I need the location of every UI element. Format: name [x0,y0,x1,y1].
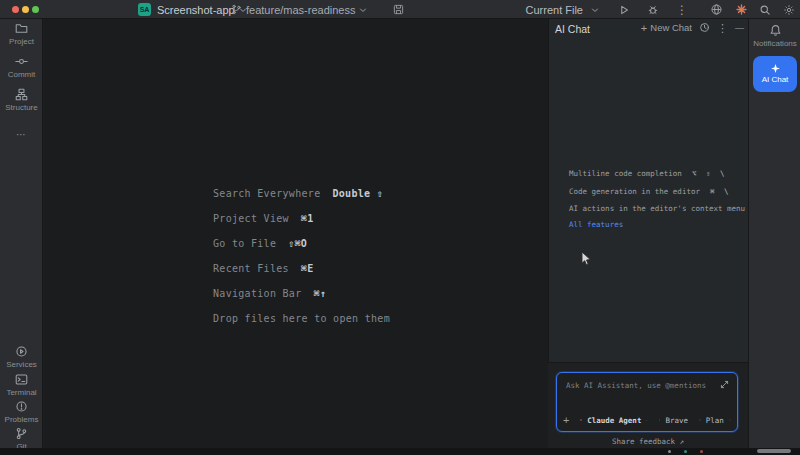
settings-gear-icon[interactable] [783,4,795,16]
more-tool-windows-icon[interactable]: ⋯ [0,129,43,140]
chat-input-toolbar: + Claude Agent Brave Plan [563,414,731,426]
attach-plus-icon[interactable]: + [563,415,569,425]
drop-hint-label: Drop files here to open them [213,313,390,324]
all-features-link[interactable]: All features [569,220,623,229]
shortcut-label: Project View [213,213,289,224]
sidebar-item-ai-chat-active[interactable]: AI Chat [753,56,797,92]
chevron-down-icon [359,6,367,14]
window-minimize-button[interactable] [22,6,29,13]
sidebar-item-commit[interactable]: Commit [0,55,43,79]
save-icon[interactable] [393,4,404,15]
sidebar-label-problems: Problems [5,415,39,424]
sidebar-label-services: Services [6,360,37,369]
model-selector[interactable]: Claude Agent [587,416,641,425]
window-close-button[interactable] [12,6,19,13]
chat-input-box[interactable]: Ask AI Assistant, use @mentions + Claude… [556,372,738,432]
sidebar-label-ai-chat: AI Chat [761,75,789,84]
branch-name: feature/mas-readiness [246,4,355,16]
window-zoom-button[interactable] [32,6,39,13]
feature-label: Code generation in the editor [569,187,700,196]
sidebar-item-terminal[interactable]: Terminal [0,373,43,397]
services-icon [15,345,28,358]
ide-window: SA Screenshot-app feature/mas-readiness … [0,0,800,455]
feature-row: Code generation in the editor ⌘ \ [569,187,729,196]
shortcut-label: Search Everywhere [213,188,320,199]
new-chat-button[interactable]: + New Chat [641,22,692,33]
run-configuration-selector[interactable]: Current File [526,4,583,16]
git-branch-icon [231,4,242,15]
send-icon[interactable] [729,414,731,426]
plan-mode-icon [699,415,701,425]
feature-label: Multiline code completion [569,169,682,178]
claude-icon[interactable] [736,4,747,15]
problems-icon [15,400,28,413]
folder-icon [15,22,28,35]
app-logo-initials: SA [140,6,150,13]
sidebar-item-notifications[interactable]: Notifications [749,24,800,48]
feature-keys: ⌥ ⇧ \ [692,169,725,178]
feature-keys: ⌘ \ [710,187,729,196]
shortcut-row: Go to File ⇧⌘O [213,238,307,249]
hide-panel-icon[interactable]: — [735,23,744,33]
sidebar-label-project: Project [9,37,34,46]
shortcut-keys: ⇧⌘O [288,238,307,249]
plan-mode-label[interactable]: Plan [706,416,724,425]
sidebar-item-project[interactable]: Project [0,22,43,46]
dock-dot [668,450,671,453]
titlebar: SA Screenshot-app feature/mas-readiness … [0,0,800,19]
left-tool-strip: Project Commit Structure ⋯ Services Term… [0,19,43,449]
shortcut-row: Recent Files ⌘E [213,263,314,274]
shortcut-label: Go to File [213,238,276,249]
shortcut-row: Navigation Bar ⌘↑ [213,288,326,299]
new-chat-label: New Chat [650,22,692,33]
sidebar-item-problems[interactable]: Problems [0,400,43,424]
dock-dot [700,450,703,453]
shortcut-keys: Double ⇧ [332,188,383,199]
shortcut-label: Navigation Bar [213,288,302,299]
structure-icon [15,88,28,101]
shortcut-keys: ⌘E [301,263,314,274]
sidebar-label-commit: Commit [8,70,36,79]
dock-dot [684,450,687,453]
run-icon[interactable] [618,4,630,16]
browser-tool-icon [659,415,661,425]
history-clock-icon[interactable] [699,22,710,33]
search-icon[interactable] [759,4,771,16]
debug-icon[interactable] [647,4,659,16]
ai-sparkle-icon [770,63,781,74]
app-logo: SA [138,3,151,16]
chat-header-actions: + New Chat ⋮ — [641,22,744,33]
sidebar-label-structure: Structure [5,103,37,112]
expand-icon[interactable] [720,380,729,389]
shortcut-keys: ⌘1 [301,213,314,224]
shortcut-label: Recent Files [213,263,289,274]
feature-row: Multiline code completion ⌥ ⇧ \ [569,169,724,178]
sidebar-item-structure[interactable]: Structure [0,88,43,112]
sidebar-label-terminal: Terminal [6,388,36,397]
shortcut-row: Search Everywhere Double ⇧ [213,188,383,199]
mouse-cursor [581,251,592,267]
dock-fragment [757,449,791,453]
vcs-branch-selector[interactable]: feature/mas-readiness [231,0,404,19]
terminal-icon [15,373,28,386]
chat-more-icon[interactable]: ⋮ [717,23,728,33]
feature-label: AI actions in the editor's context menu [569,204,745,213]
right-tool-strip: Notifications AI Chat [748,19,800,449]
ai-assistant-icon[interactable] [710,3,723,16]
share-feedback-link[interactable]: Share feedback ↗ [548,437,748,446]
chevron-down-icon [646,417,647,424]
bell-icon [769,24,782,37]
shortcut-keys: ⌘↑ [314,288,327,299]
chevron-down-icon [591,6,599,14]
chat-input-placeholder: Ask AI Assistant, use @mentions [566,381,706,390]
feature-row: AI actions in the editor's context menu [569,204,745,213]
sidebar-item-services[interactable]: Services [0,345,43,369]
sidebar-label-notifications: Notifications [753,39,797,48]
more-actions-icon[interactable]: ⋮ [676,5,688,15]
plus-icon: + [641,23,647,33]
bottom-edge-strip [0,448,800,455]
browser-tool-label[interactable]: Brave [665,416,688,425]
editor-empty-state: Search Everywhere Double ⇧ Project View … [44,19,548,449]
shortcut-row: Project View ⌘1 [213,213,314,224]
claude-icon [580,415,582,425]
